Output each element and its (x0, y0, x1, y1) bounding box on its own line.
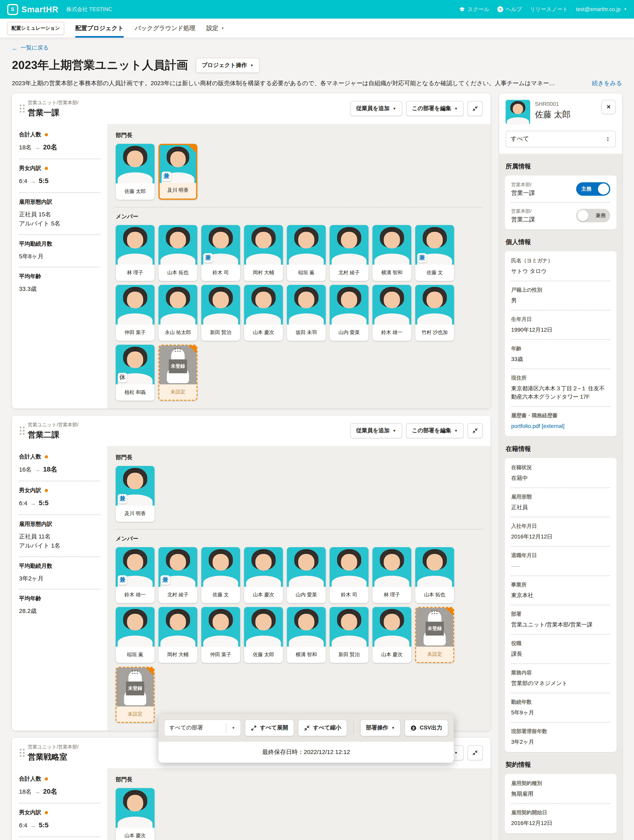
portfolio-link[interactable]: portfolio.pdf [external] (511, 422, 610, 430)
drag-dots-icon[interactable] (260, 550, 261, 551)
drag-dots-icon[interactable] (132, 791, 133, 792)
drag-dots-icon[interactable] (175, 148, 176, 149)
department-ops-button[interactable]: 部署操作 ▼ (360, 720, 401, 736)
person-card[interactable]: 未登録 横溝 智和 (373, 225, 411, 281)
drag-dots-icon[interactable] (218, 609, 219, 611)
person-card[interactable]: 未登録 林 理子 (116, 225, 155, 281)
affiliation-toggle[interactable]: 主務 (576, 182, 610, 196)
drag-dots-icon[interactable] (132, 287, 133, 289)
drag-handle-icon[interactable] (20, 427, 21, 428)
expand-all-button[interactable]: すべて展開 (245, 720, 294, 736)
drag-dots-icon[interactable] (218, 287, 219, 289)
drag-dots-icon[interactable] (132, 670, 133, 671)
drag-dots-icon[interactable] (260, 609, 261, 611)
person-card[interactable]: 未登録 未設定 (116, 667, 155, 723)
smarthr-logo[interactable]: S SmartHR (7, 4, 58, 15)
person-card[interactable]: 未登録 山本 慶次 (244, 285, 283, 341)
close-panel-button[interactable]: × (601, 99, 616, 114)
account-menu[interactable]: test@smarthr.co.jp ▼ (576, 6, 627, 12)
drag-dots-icon[interactable] (389, 550, 390, 551)
add-employee-button[interactable]: 従業員を追加▼ (350, 423, 402, 438)
drag-dots-icon[interactable] (175, 550, 176, 551)
person-card[interactable]: 未登録 山本 拓也 (158, 225, 197, 281)
person-card[interactable]: 未登録 仲田 葉子 (201, 607, 240, 663)
drag-dots-icon[interactable] (175, 348, 176, 349)
person-card[interactable]: 未登録 未設定 (415, 607, 454, 663)
drag-dots-icon[interactable] (132, 469, 133, 470)
collapse-all-button[interactable]: すべて縮小 (298, 720, 347, 736)
drag-dots-icon[interactable] (132, 227, 133, 229)
release-notes-link[interactable]: リリースノート (530, 6, 568, 13)
drag-dots-icon[interactable] (432, 287, 433, 289)
person-card[interactable]: 未登録 佐藤 太郎 (244, 607, 283, 663)
help-link[interactable]: ? ヘルプ (497, 6, 522, 13)
affiliation-toggle[interactable]: 兼務 (576, 209, 610, 222)
back-to-list-link[interactable]: ← 一覧に戻る (12, 44, 49, 52)
drag-dots-icon[interactable] (389, 287, 390, 289)
person-card[interactable]: 未登録 兼 佐藤 文 (415, 225, 454, 281)
person-card[interactable]: 未登録 仲田 葉子 (116, 285, 155, 341)
drag-dots-icon[interactable] (389, 609, 390, 611)
drag-dots-icon[interactable] (260, 287, 261, 289)
collapse-department-button[interactable] (468, 101, 483, 116)
edit-department-button[interactable]: この部署を編集▼ (406, 101, 463, 116)
person-card[interactable]: 未登録 兼 鈴木 司 (201, 225, 240, 281)
department-filter-select[interactable]: すべての部署 ▼ (164, 720, 241, 736)
person-card[interactable]: 未登録 山本 慶次 (116, 788, 155, 840)
person-card[interactable]: 未登録 竹村 沙也加 (415, 285, 454, 341)
drag-handle-icon[interactable] (20, 749, 21, 750)
drag-dots-icon[interactable] (303, 550, 304, 551)
drag-dots-icon[interactable] (432, 610, 433, 611)
person-card[interactable]: 未登録 兼 及川 明香 (158, 144, 197, 199)
project-actions-button[interactable]: プロジェクト操作 ▼ (196, 58, 259, 73)
drag-dots-icon[interactable] (175, 287, 176, 289)
drag-dots-icon[interactable] (346, 287, 347, 289)
drag-handle-icon[interactable] (20, 104, 21, 106)
person-card[interactable]: 未登録 横溝 智和 (287, 607, 326, 663)
info-filter-select[interactable]: すべて (506, 131, 616, 147)
person-card[interactable]: 未登録 休 植松 和義 (116, 344, 155, 400)
person-card[interactable]: 未登録 山内 愛菜 (287, 547, 326, 603)
drag-dots-icon[interactable] (303, 287, 304, 289)
drag-dots-icon[interactable] (389, 227, 390, 229)
drag-dots-icon[interactable] (132, 550, 133, 551)
tab-settings[interactable]: 設定 ▼ (206, 19, 224, 38)
person-card[interactable]: 未登録 岡村 大輔 (158, 607, 197, 663)
drag-dots-icon[interactable] (432, 227, 433, 229)
edit-department-button[interactable]: この部署を編集▼ (406, 423, 463, 438)
person-card[interactable]: 未登録 山本 拓也 (415, 547, 454, 603)
drag-dots-icon[interactable] (303, 227, 304, 229)
person-card[interactable]: 未登録 佐藤 文 (201, 547, 240, 603)
school-link[interactable]: スクール (459, 6, 489, 13)
person-card[interactable]: 未登録 岡村 大輔 (244, 225, 283, 281)
person-card[interactable]: 未登録 未設定 (158, 344, 197, 400)
person-card[interactable]: 未登録 新田 賢治 (201, 285, 240, 341)
person-card[interactable]: 未登録 稲垣 薫 (116, 607, 155, 663)
drag-dots-icon[interactable] (218, 550, 219, 551)
person-card[interactable]: 未登録 鈴木 司 (330, 547, 368, 603)
drag-dots-icon[interactable] (432, 550, 433, 551)
person-card[interactable]: 未登録 稲垣 薫 (287, 225, 326, 281)
person-card[interactable]: 未登録 兼 及川 明香 (116, 466, 155, 522)
drag-dots-icon[interactable] (260, 227, 261, 229)
person-card[interactable]: 未登録 山本 慶次 (373, 607, 411, 663)
drag-dots-icon[interactable] (218, 227, 219, 229)
drag-dots-icon[interactable] (175, 227, 176, 229)
drag-dots-icon[interactable] (132, 147, 133, 148)
person-card[interactable]: 未登録 兼 北村 綾子 (158, 547, 197, 603)
drag-dots-icon[interactable] (175, 609, 176, 611)
drag-dots-icon[interactable] (346, 609, 347, 611)
tab-background-jobs[interactable]: バックグラウンド処理 (135, 19, 195, 38)
add-employee-button[interactable]: 従業員を追加▼ (350, 101, 402, 116)
person-card[interactable]: 未登録 北村 綾子 (330, 225, 368, 281)
person-card[interactable]: 未登録 鈴木 雄一 (373, 285, 411, 341)
drag-dots-icon[interactable] (132, 609, 133, 611)
person-card[interactable]: 未登録 新田 賢治 (330, 607, 368, 663)
tab-placement-project[interactable]: 配置プロジェクト (75, 19, 123, 38)
person-card[interactable]: 未登録 佐藤 太郎 (116, 144, 155, 199)
csv-export-button[interactable]: CSV出力 (405, 720, 448, 736)
collapse-department-button[interactable] (468, 423, 483, 438)
collapse-department-button[interactable] (468, 745, 483, 760)
person-card[interactable]: 未登録 山本 慶次 (244, 547, 283, 603)
person-card[interactable]: 未登録 永山 祐太郎 (158, 285, 197, 341)
